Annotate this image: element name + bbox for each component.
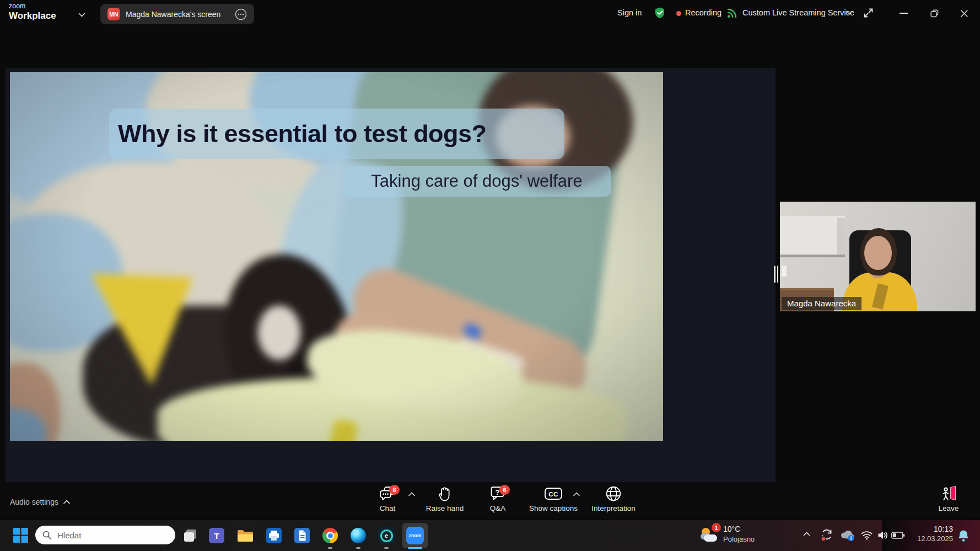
raise-hand-label: Raise hand	[426, 504, 464, 512]
participant-video-thumbnail[interactable]: Magda Nawarecka	[780, 202, 976, 311]
file-explorer-icon[interactable]	[237, 529, 254, 543]
brand-workplace: Workplace	[9, 11, 56, 20]
light-switch	[782, 266, 787, 277]
leave-meeting-icon	[940, 485, 957, 502]
notification-bell-icon[interactable]	[958, 530, 969, 542]
audio-settings-label: Audio settings	[10, 498, 58, 506]
qa-button[interactable]: 6 ? Q&A	[476, 484, 520, 512]
clock-time: 10:13	[907, 525, 953, 533]
task-view-icon[interactable]	[184, 529, 197, 542]
shared-screen-panel: Why is it essential to test dogs? Taking…	[6, 68, 776, 482]
interpretation-button[interactable]: Interpretation	[580, 484, 647, 512]
qa-badge: 6	[499, 485, 510, 495]
search-icon	[42, 531, 51, 539]
globe-icon	[605, 485, 622, 502]
taskbar-search[interactable]	[35, 526, 175, 544]
slide-title: Why is it essential to test dogs?	[118, 120, 487, 148]
zoom-workplace-window: zoom Workplace MN Magda Nawarecka's scre…	[0, 0, 980, 551]
tray-chevron-up-icon[interactable]	[803, 532, 810, 536]
panel-resize-handle[interactable]	[774, 266, 778, 283]
taskbar-clock[interactable]: 10:13 12.03.2025	[907, 520, 953, 551]
wifi-icon[interactable]	[861, 531, 873, 540]
zoom-taskbar-button[interactable]: zoom	[402, 523, 428, 548]
chat-badge: 8	[389, 485, 400, 495]
chevron-up-icon	[63, 500, 70, 504]
meeting-toolbar: Audio settings 8 Chat Raise hand 6	[0, 482, 980, 520]
workspace-chevron-down-icon[interactable]	[78, 13, 85, 17]
chrome-running-indicator	[328, 547, 332, 549]
weather-condition: Polojasno	[723, 535, 755, 543]
audio-settings-button[interactable]: Audio settings	[10, 498, 70, 506]
cabinet-side	[837, 218, 845, 255]
title-bar: zoom Workplace MN Magda Nawarecka's scre…	[0, 0, 980, 26]
cloud-info-icon[interactable]: i	[840, 530, 855, 542]
cloud-icon	[704, 534, 717, 542]
recording-dot-icon	[676, 11, 681, 16]
streaming-chevron-down-icon[interactable]	[846, 10, 853, 15]
screen-share-tab[interactable]: MN Magda Nawarecka's screen	[100, 4, 254, 24]
leave-label: Leave	[939, 504, 959, 512]
live-streaming-icon	[726, 7, 738, 19]
slide-subtitle: Taking care of dogs' welfare	[371, 171, 582, 191]
close-button[interactable]	[955, 6, 973, 20]
raise-hand-icon	[437, 485, 453, 502]
brand-zoom: zoom	[9, 3, 56, 9]
document-glyph	[294, 528, 310, 543]
close-icon	[960, 9, 968, 18]
sync-status-icon[interactable]	[820, 528, 833, 543]
closed-captions-icon: CC	[544, 487, 563, 501]
chrome-icon[interactable]	[322, 528, 338, 543]
fullscreen-expand-icon[interactable]	[863, 7, 874, 19]
person-face	[864, 236, 892, 270]
printer-app-icon[interactable]	[266, 528, 282, 543]
zoom-active-indicator	[408, 547, 422, 549]
slide-title-box: Why is it essential to test dogs?	[109, 109, 564, 159]
recording-label: Recording	[685, 8, 721, 17]
tab-more-options-icon[interactable]	[235, 8, 247, 20]
slide-subtitle-box: Taking care of dogs' welfare	[343, 166, 611, 197]
avatar: MN	[107, 8, 120, 20]
sign-in-button[interactable]: Sign in	[617, 8, 642, 17]
participant-name-label: Magda Nawarecka	[782, 297, 861, 310]
shared-slide-photo: Why is it essential to test dogs? Taking…	[10, 72, 663, 441]
clock-date: 12.03.2025	[907, 534, 953, 543]
weather-widget[interactable]: 1	[701, 526, 721, 545]
minimize-button[interactable]	[894, 6, 913, 20]
weather-temperature: 10°C	[723, 525, 740, 533]
battery-icon[interactable]	[891, 532, 905, 539]
captions-chevron-up-icon[interactable]	[573, 492, 580, 496]
chat-label: Chat	[380, 504, 396, 512]
scanner-app-icon[interactable]	[294, 528, 310, 543]
zoom-workplace-logo: zoom Workplace	[9, 3, 56, 20]
search-input[interactable]	[56, 530, 158, 541]
leave-button[interactable]: Leave	[924, 484, 973, 512]
speaker-icon[interactable]	[877, 530, 889, 541]
chat-button[interactable]: 8 Chat	[365, 484, 410, 512]
teams-icon[interactable]: T	[209, 528, 224, 543]
streaming-service-label[interactable]: Custom Live Streaming Service	[742, 8, 854, 17]
show-captions-button[interactable]: CC Show captions	[520, 484, 586, 512]
chat-chevron-up-icon[interactable]	[408, 492, 415, 496]
maximize-button[interactable]	[925, 6, 944, 20]
eset-running-indicator	[384, 547, 389, 549]
weather-notification-badge: 1	[712, 523, 721, 532]
zoom-app-icon: zoom	[406, 527, 424, 544]
tab-title: Magda Nawarecka's screen	[126, 10, 220, 19]
edge-icon[interactable]	[351, 528, 366, 543]
restore-icon	[930, 9, 939, 18]
windows-taskbar: T e zoom	[0, 520, 980, 551]
security-shield-icon[interactable]	[654, 7, 666, 19]
raise-hand-button[interactable]: Raise hand	[420, 484, 470, 512]
start-button-icon[interactable]	[13, 528, 28, 543]
interpretation-label: Interpretation	[591, 504, 636, 512]
svg-text:CC: CC	[548, 491, 558, 498]
printer-glyph	[266, 528, 282, 543]
edge-running-indicator	[356, 547, 360, 549]
show-captions-label: Show captions	[529, 504, 578, 512]
svg-text:i: i	[850, 536, 852, 541]
eset-icon[interactable]: e	[378, 527, 395, 544]
wall-cabinet	[780, 216, 845, 257]
qa-label: Q&A	[490, 504, 506, 512]
